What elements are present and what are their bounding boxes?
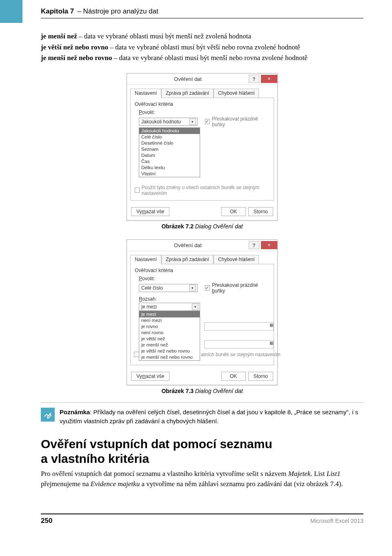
apply-all-label: Použít tyto změny u všech ostatních buně… <box>142 185 270 196</box>
chevron-down-icon: ▾ <box>192 304 198 310</box>
range-options-list[interactable]: je mezi není mezi je rovno není rovno je… <box>139 311 200 361</box>
chapter-number: Kapitola 7 <box>41 7 74 16</box>
def-desc: – data ve vybrané oblasti musí být menší… <box>112 54 307 62</box>
definition-list: je menší než – data ve vybrané oblasti m… <box>41 31 363 63</box>
list-item[interactable]: není mezi <box>139 317 200 324</box>
list-item[interactable]: Celé číslo <box>139 134 200 140</box>
list-item[interactable]: Vlastní <box>139 171 200 177</box>
data-validation-dialog-2: Ověření dat ? × Nastavení Zpráva při zad… <box>127 239 278 385</box>
skip-blanks-checkbox[interactable]: ✓ <box>205 119 210 124</box>
list-item[interactable]: Desetinné číslo <box>139 140 200 146</box>
def-desc: – data ve vybrané oblasti musí být větší… <box>108 43 300 51</box>
dialog-title: Ověření dat <box>127 242 249 248</box>
close-button[interactable]: × <box>261 241 277 249</box>
help-button[interactable]: ? <box>249 241 259 249</box>
chevron-down-icon: ▾ <box>189 118 196 125</box>
def-item: je menší než – data ve vybrané oblasti m… <box>41 31 363 42</box>
page-header: Kapitola 7 – Nástroje pro analýzu dat <box>41 0 363 18</box>
min-input[interactable]: ▦ <box>204 322 274 330</box>
list-item[interactable]: Délku textu <box>139 165 200 171</box>
chapter-title: – Nástroje pro analýzu dat <box>77 7 158 16</box>
footer-source: Microsoft Excel 2013 <box>310 518 363 524</box>
allow-select[interactable]: Jakoukoli hodnotu ▾ <box>139 118 198 126</box>
def-item: je větší než nebo rovno – data ve vybran… <box>41 42 363 53</box>
criteria-group-label: Ověřovací kritéria <box>135 268 270 273</box>
skip-blanks-label: Přeskakovat prázdné buňky <box>212 282 270 294</box>
list-item[interactable]: není rovno <box>139 330 200 336</box>
section-heading: Ověření vstupních dat pomocí seznamua vl… <box>41 437 363 466</box>
skip-blanks-checkbox[interactable]: ✓ <box>205 285 210 290</box>
dialog-titlebar: Ověření dat ? × <box>127 240 277 251</box>
apply-all-label-partial: atních buněk se stejným nastavením <box>201 352 281 357</box>
range-picker-icon[interactable]: ▦ <box>270 323 273 330</box>
list-item[interactable]: Čas <box>139 159 200 165</box>
tab-input-message[interactable]: Zpráva při zadávání <box>161 255 214 264</box>
def-item: je menší než nebo rovno – data ve vybran… <box>41 53 363 63</box>
tab-settings[interactable]: Nastavení <box>130 255 161 264</box>
range-label: Rozsah: <box>139 296 270 302</box>
list-item[interactable]: je větší než nebo rovno <box>139 348 200 354</box>
cancel-button[interactable]: Storno <box>248 207 273 216</box>
range-value: je mezi <box>141 304 157 310</box>
ok-button[interactable]: OK <box>221 207 246 216</box>
skip-blanks-label: Přeskakovat prázdné buňky <box>212 116 270 127</box>
body-paragraph: Pro ověření vstupních dat pomocí seznamu… <box>41 469 363 489</box>
range-select[interactable]: je mezi ▾ <box>139 303 200 311</box>
figure-caption-1: Obrázek 7.2 Dialog Ověření dat <box>41 223 363 230</box>
max-input[interactable]: ▦ <box>204 340 274 348</box>
tab-panel: Ověřovací kritéria Povolit: Jakoukoli ho… <box>130 98 274 201</box>
list-item[interactable]: Datum <box>139 152 200 159</box>
range-picker-icon[interactable]: ▦ <box>270 341 273 348</box>
page-number: 250 <box>41 517 52 525</box>
def-term: je menší než <box>41 32 77 40</box>
allow-value: Jakoukoli hodnotu <box>141 119 181 125</box>
tab-input-message[interactable]: Zpráva při zadávání <box>161 89 214 98</box>
ok-button[interactable]: OK <box>221 372 246 381</box>
allow-options-list[interactable]: Jakoukoli hodnotu Celé číslo Desetinné č… <box>139 127 200 177</box>
list-item[interactable]: Jakoukoli hodnotu <box>139 128 200 134</box>
allow-label: Povolit: <box>139 276 270 281</box>
note-box: Poznámka: Příklady na ověření celých čís… <box>41 402 363 426</box>
dialog-title: Ověření dat <box>127 76 249 82</box>
allow-label: Povolit: <box>139 109 270 115</box>
tab-settings[interactable]: Nastavení <box>130 89 161 98</box>
allow-value: Celé číslo <box>141 285 163 291</box>
list-item[interactable]: je větší než <box>139 336 200 342</box>
list-item[interactable]: je mezi <box>139 311 200 317</box>
tab-error-alert[interactable]: Chybové hlášení <box>214 255 259 264</box>
figure-caption-2: Obrázek 7.3 Dialog Ověření dat <box>41 388 363 394</box>
note-icon <box>41 408 55 422</box>
def-term: je menší než nebo rovno <box>41 54 112 62</box>
dialog-titlebar: Ověření dat ? × <box>127 74 277 85</box>
list-item[interactable]: je menší než <box>139 342 200 348</box>
clear-all-button[interactable]: Vymazat vše <box>131 207 169 216</box>
page-accent <box>0 0 22 23</box>
help-button[interactable]: ? <box>249 75 259 83</box>
list-item[interactable]: Seznam <box>139 146 200 152</box>
cancel-button[interactable]: Storno <box>248 372 273 381</box>
def-term: je větší než nebo rovno <box>41 43 108 51</box>
tab-error-alert[interactable]: Chybové hlášení <box>214 89 259 98</box>
clear-all-button[interactable]: Vymazat vše <box>131 372 169 381</box>
chevron-down-icon: ▾ <box>189 285 196 291</box>
def-desc: – data ve vybrané oblasti musí být menší… <box>77 32 251 40</box>
list-item[interactable]: je menší než nebo rovno <box>139 354 200 360</box>
list-item[interactable]: je rovno <box>139 324 200 330</box>
criteria-group-label: Ověřovací kritéria <box>135 101 270 107</box>
close-button[interactable]: × <box>261 75 277 83</box>
data-validation-dialog-1: Ověření dat ? × Nastavení Zpráva při zad… <box>127 73 278 221</box>
apply-all-checkbox[interactable] <box>135 188 140 193</box>
page-footer: 250 Microsoft Excel 2013 <box>41 514 363 525</box>
tab-panel: Ověřovací kritéria Povolit: Celé číslo ▾… <box>130 264 274 365</box>
allow-select[interactable]: Celé číslo ▾ <box>139 284 198 292</box>
note-text: Poznámka: Příklady na ověření celých čís… <box>60 408 363 426</box>
